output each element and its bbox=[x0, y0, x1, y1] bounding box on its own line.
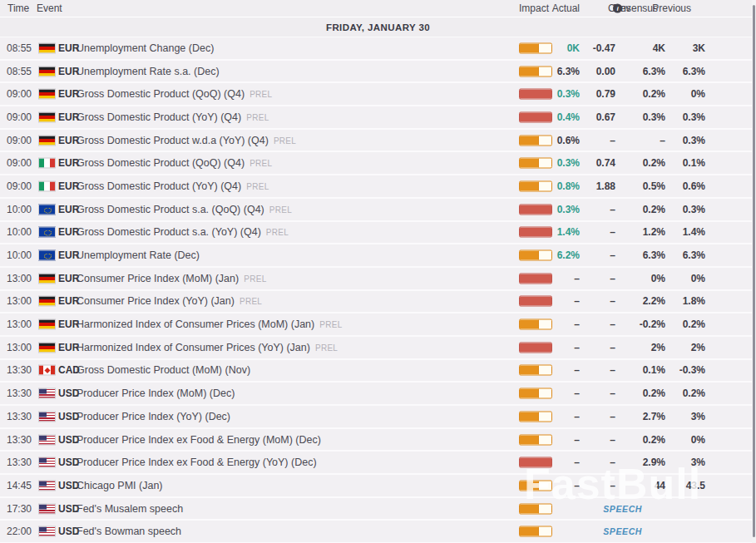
event-row[interactable]: 13:30 CAD Gross Domestic Product (MoM) (… bbox=[0, 360, 756, 383]
event-title[interactable]: Gross Domestic Product w.d.a (YoY) (Q4)P… bbox=[77, 135, 296, 146]
event-row[interactable]: 14:45 USD Chicago PMI (Jan) – – 44 43.5 bbox=[0, 475, 756, 498]
event-row[interactable]: 09:00 EUR Gross Domestic Product (QoQ) (… bbox=[0, 83, 756, 106]
event-title-text: Producer Price Index ex Food & Energy (M… bbox=[77, 434, 321, 446]
previous-value: 0.2% bbox=[683, 318, 705, 330]
event-title[interactable]: Consumer Price Index (MoM) (Jan)PREL bbox=[77, 273, 267, 284]
previous-value: 0.2% bbox=[683, 388, 705, 399]
prel-badge: PREL bbox=[250, 159, 272, 168]
event-title[interactable]: Unemployment Rate s.a. (Dec) bbox=[77, 66, 220, 77]
scrollbar-thumb[interactable] bbox=[753, 5, 755, 537]
flag-de-icon bbox=[38, 296, 56, 307]
flag-de-icon bbox=[38, 89, 56, 100]
event-title-text: Harmonized Index of Consumer Prices (YoY… bbox=[77, 342, 310, 353]
event-row[interactable]: 13:30 USD Producer Price Index (YoY) (De… bbox=[0, 406, 756, 429]
prel-badge: PREL bbox=[240, 297, 262, 306]
flag-eu-icon bbox=[38, 227, 56, 238]
event-title[interactable]: Producer Price Index ex Food & Energy (Y… bbox=[77, 457, 317, 468]
vertical-scrollbar[interactable] bbox=[752, 0, 756, 543]
event-title-text: Unemployment Rate s.a. (Dec) bbox=[77, 66, 220, 77]
column-header-previous: Previous bbox=[652, 2, 691, 14]
event-title[interactable]: Unemployment Rate (Dec) bbox=[77, 249, 200, 261]
flag-us-icon bbox=[38, 434, 56, 445]
deviation-value: – bbox=[610, 457, 615, 468]
event-title[interactable]: Producer Price Index (MoM) (Dec) bbox=[77, 388, 235, 399]
event-row[interactable]: 13:00 EUR Harmonized Index of Consumer P… bbox=[0, 313, 756, 337]
consensus-value: – bbox=[660, 135, 665, 146]
event-title[interactable]: Gross Domestic Product s.a. (YoY) (Q4)PR… bbox=[77, 226, 289, 238]
actual-value: – bbox=[574, 411, 580, 422]
event-title[interactable]: Gross Domestic Product s.a. (QoQ) (Q4)PR… bbox=[77, 204, 292, 215]
event-row[interactable]: 10:00 EUR Gross Domestic Product s.a. (Q… bbox=[0, 199, 756, 222]
event-title[interactable]: Fed's Musalem speech bbox=[77, 503, 183, 515]
event-title[interactable]: Gross Domestic Product (YoY) (Q4)PREL bbox=[77, 111, 269, 123]
event-row[interactable]: 17:30 USD Fed's Musalem speech SPEECH bbox=[0, 498, 756, 521]
event-title[interactable]: Producer Price Index ex Food & Energy (M… bbox=[77, 434, 321, 446]
event-title[interactable]: Gross Domestic Product (QoQ) (Q4)PREL bbox=[77, 157, 272, 169]
table-header: Time Event Impact Actual Dev i Consensus… bbox=[0, 0, 756, 17]
event-title[interactable]: Chicago PMI (Jan) bbox=[77, 480, 163, 491]
consensus-value: 0.1% bbox=[643, 364, 665, 376]
previous-value: 0% bbox=[691, 434, 705, 446]
consensus-value: 44 bbox=[655, 480, 665, 491]
event-row[interactable]: 13:30 USD Producer Price Index (MoM) (De… bbox=[0, 383, 756, 406]
event-title-text: Consumer Price Index (YoY) (Jan) bbox=[77, 295, 235, 307]
event-title-text: Gross Domestic Product w.d.a (YoY) (Q4) bbox=[77, 135, 269, 146]
event-time: 10:00 bbox=[7, 204, 32, 215]
event-title[interactable]: Unemployment Change (Dec) bbox=[77, 42, 214, 54]
deviation-value: – bbox=[610, 249, 615, 261]
actual-value: – bbox=[574, 480, 580, 491]
actual-value: 6.3% bbox=[557, 66, 580, 77]
event-row[interactable]: 13:00 EUR Consumer Price Index (MoM) (Ja… bbox=[0, 268, 756, 291]
previous-value: 0.3% bbox=[683, 111, 705, 123]
actual-value: – bbox=[574, 318, 580, 330]
consensus-value: 2.2% bbox=[643, 295, 665, 307]
event-row[interactable]: 08:55 EUR Unemployment Change (Dec) 0K -… bbox=[0, 37, 756, 61]
event-row[interactable]: 22:00 USD Fed's Bowman speech SPEECH bbox=[0, 521, 756, 543]
event-row[interactable]: 09:00 EUR Gross Domestic Product w.d.a (… bbox=[0, 130, 756, 153]
event-title-text: Producer Price Index (YoY) (Dec) bbox=[77, 411, 230, 422]
event-row[interactable]: 13:00 EUR Consumer Price Index (YoY) (Ja… bbox=[0, 291, 756, 314]
previous-value: 0% bbox=[691, 273, 705, 284]
actual-value: – bbox=[574, 342, 580, 353]
previous-value: 6.3% bbox=[683, 249, 705, 261]
impact-indicator bbox=[519, 411, 552, 422]
previous-value: -0.3% bbox=[679, 364, 705, 376]
event-row[interactable]: 13:30 USD Producer Price Index ex Food &… bbox=[0, 429, 756, 452]
consensus-value: 0.2% bbox=[643, 388, 665, 399]
event-title-text: Gross Domestic Product (MoM) (Nov) bbox=[77, 364, 250, 376]
event-row[interactable]: 10:00 EUR Unemployment Rate (Dec) 6.2% –… bbox=[0, 244, 756, 268]
event-row[interactable]: 13:00 EUR Harmonized Index of Consumer P… bbox=[0, 337, 756, 360]
event-row[interactable]: 09:00 EUR Gross Domestic Product (QoQ) (… bbox=[0, 152, 756, 175]
deviation-value: 0.67 bbox=[596, 111, 615, 123]
actual-value: 0.4% bbox=[557, 111, 580, 123]
event-row[interactable]: 10:00 EUR Gross Domestic Product s.a. (Y… bbox=[0, 222, 756, 245]
event-row[interactable]: 08:55 EUR Unemployment Rate s.a. (Dec) 6… bbox=[0, 61, 756, 84]
previous-value: 0.3% bbox=[683, 135, 705, 146]
event-title[interactable]: Gross Domestic Product (MoM) (Nov) bbox=[77, 364, 250, 376]
flag-it-icon bbox=[38, 158, 56, 169]
event-title[interactable]: Harmonized Index of Consumer Prices (MoM… bbox=[77, 318, 343, 330]
event-title[interactable]: Harmonized Index of Consumer Prices (YoY… bbox=[77, 342, 338, 353]
event-time: 22:00 bbox=[7, 526, 32, 537]
event-title[interactable]: Producer Price Index (YoY) (Dec) bbox=[77, 411, 230, 422]
consensus-value: 0.3% bbox=[643, 111, 665, 123]
consensus-value: 0.2% bbox=[643, 88, 665, 100]
event-title[interactable]: Consumer Price Index (YoY) (Jan)PREL bbox=[77, 295, 262, 307]
actual-value: – bbox=[574, 434, 580, 446]
event-title[interactable]: Fed's Bowman speech bbox=[77, 526, 181, 537]
event-time: 13:30 bbox=[7, 364, 32, 376]
event-title[interactable]: Gross Domestic Product (QoQ) (Q4)PREL bbox=[77, 88, 272, 100]
previous-value: 0.6% bbox=[683, 180, 705, 192]
event-row[interactable]: 09:00 EUR Gross Domestic Product (YoY) (… bbox=[0, 175, 756, 199]
event-row[interactable]: 13:30 USD Producer Price Index ex Food &… bbox=[0, 452, 756, 475]
prel-badge: PREL bbox=[319, 320, 342, 329]
previous-value: 0.3% bbox=[683, 204, 705, 215]
event-row[interactable]: 09:00 EUR Gross Domestic Product (YoY) (… bbox=[0, 106, 756, 130]
column-header-actual: Actual bbox=[552, 2, 580, 14]
prel-badge: PREL bbox=[266, 228, 289, 237]
column-header-event: Event bbox=[37, 2, 62, 14]
actual-value: 6.2% bbox=[557, 249, 580, 261]
impact-indicator bbox=[519, 66, 552, 77]
previous-value: 0.1% bbox=[683, 157, 705, 169]
event-title[interactable]: Gross Domestic Product (YoY) (Q4)PREL bbox=[77, 180, 269, 192]
